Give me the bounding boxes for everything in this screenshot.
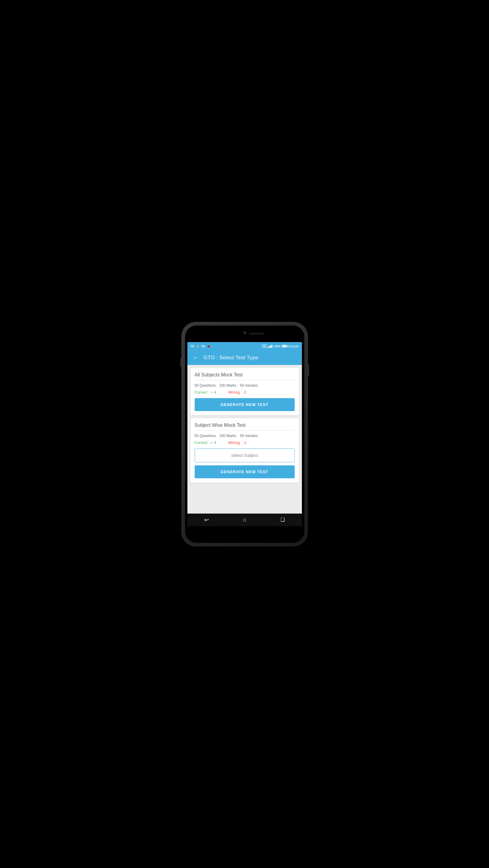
subject-wise-card: Subject Wise Mock Test 50 Questions 200 … [190, 418, 299, 483]
select-subject-input[interactable]: Select Subject [195, 448, 295, 462]
phone-device: ⌨ ⚡ ⌨ 🐞 4G 100% [182, 322, 308, 547]
signal-bar-4 [271, 345, 272, 348]
subject-wise-title: Subject Wise Mock Test [195, 423, 295, 428]
code2-icon: ⌨ [201, 345, 205, 348]
all-subjects-marks: 200 Marks [219, 383, 236, 388]
all-subjects-scoring: Correct : + 4 Wrong : -1 [195, 390, 295, 395]
all-subjects-stats: 50 Questions 200 Marks 50 minutes [195, 383, 295, 388]
all-subjects-generate-button[interactable]: GENERATE NEW TEST [195, 398, 295, 411]
battery-percent: 100% [273, 345, 281, 348]
subject-wise-questions: 50 Questions [195, 434, 216, 438]
code-icon: ⌨ [190, 345, 194, 348]
phone-screen-area: ⌨ ⚡ ⌨ 🐞 4G 100% [185, 326, 304, 543]
network-type: 4G [262, 344, 267, 348]
volume-button[interactable] [180, 358, 182, 367]
all-subjects-title: All Subjects Mock Test [195, 372, 295, 378]
bug-icon: 🐞 [207, 345, 210, 348]
nav-recents-button[interactable]: ❑ [281, 517, 285, 523]
battery-icon [282, 345, 287, 347]
subject-wise-generate-button[interactable]: GENERATE NEW TEST [195, 465, 295, 478]
time-display: 8:12 pm [288, 345, 299, 348]
speaker [249, 333, 264, 335]
signal-bar-2 [269, 346, 270, 348]
main-content: All Subjects Mock Test 50 Questions 200 … [187, 365, 302, 526]
subject-wise-stats: 50 Questions 200 Marks 50 minutes [195, 434, 295, 438]
all-subjects-correct: Correct : + 4 [195, 390, 216, 395]
usb-icon: ⚡ [196, 345, 199, 348]
status-bar-left: ⌨ ⚡ ⌨ 🐞 [190, 345, 210, 348]
subject-wise-wrong: Wrong : -1 [228, 440, 246, 445]
screen: ⌨ ⚡ ⌨ 🐞 4G 100% [187, 342, 302, 526]
signal-bar-1 [268, 347, 269, 348]
status-bar: ⌨ ⚡ ⌨ 🐞 4G 100% [187, 342, 302, 350]
all-subjects-wrong: Wrong : -1 [228, 390, 246, 395]
power-button[interactable] [308, 364, 309, 376]
all-subjects-minutes: 50 minutes [240, 383, 258, 388]
nav-home-button[interactable]: ⌂ [243, 517, 247, 523]
all-subjects-card: All Subjects Mock Test 50 Questions 200 … [190, 368, 299, 415]
camera [243, 331, 247, 335]
battery-fill [282, 345, 287, 347]
back-button[interactable]: ← [192, 353, 200, 362]
signal-bar-3 [270, 345, 271, 348]
nav-back-button[interactable]: ↩ [204, 517, 209, 523]
subject-wise-correct: Correct : + 4 [195, 440, 216, 445]
card-divider-1 [195, 380, 295, 380]
card-divider-2 [195, 430, 295, 431]
toolbar-title: GTO : Select Test Type [204, 355, 258, 361]
subject-wise-minutes: 50 minutes [240, 434, 258, 438]
signal-bars [268, 345, 272, 348]
all-subjects-questions: 50 Questions [195, 383, 216, 388]
nav-bar: ↩ ⌂ ❑ [187, 514, 302, 526]
subject-wise-marks: 200 Marks [219, 434, 236, 438]
app-toolbar: ← GTO : Select Test Type [187, 350, 302, 365]
status-bar-right: 4G 100% 8:12 pm [262, 344, 299, 348]
subject-wise-scoring: Correct : + 4 Wrong : -1 [195, 440, 295, 445]
